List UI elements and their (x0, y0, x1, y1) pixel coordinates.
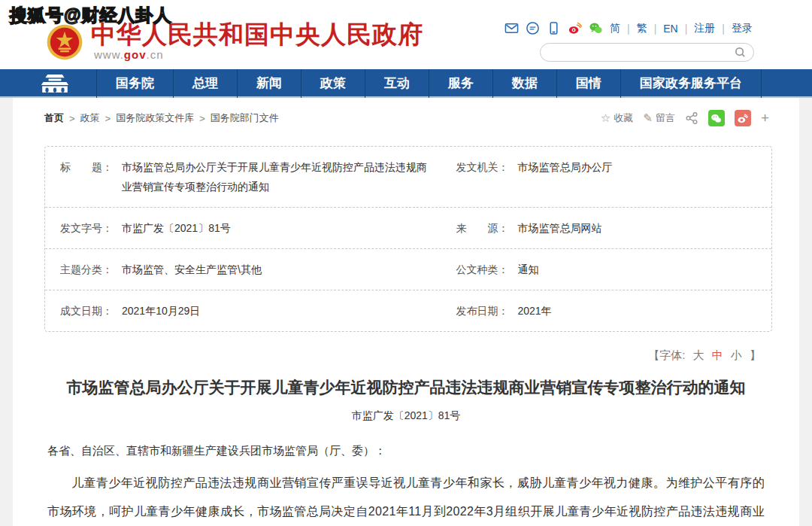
favorite-button[interactable]: ☆ 收藏 (601, 111, 633, 125)
search-button[interactable] (734, 44, 753, 60)
meta-row-title-agency: 标 题： 市场监管总局办公厅关于开展儿童青少年近视防控产品违法违规商业营销宣传专… (45, 147, 771, 208)
share-wechat-button[interactable] (708, 110, 725, 126)
tiananmen-icon (32, 73, 78, 94)
meta-value-title: 市场监管总局办公厅关于开展儿童青少年近视防控产品违法违规商业营销宣传专项整治行动… (122, 157, 433, 196)
breadcrumb-dept-documents[interactable]: 国务院部门文件 (211, 111, 279, 125)
share-icon[interactable] (685, 111, 698, 125)
search-input[interactable] (541, 44, 734, 60)
nav-item-policy[interactable]: 政策 (301, 69, 365, 98)
article-title: 市场监管总局办公厅关于开展儿童青少年近视防控产品违法违规商业营销宣传专项整治行动… (34, 375, 778, 400)
meta-label-docnum: 发文字号： (60, 218, 113, 238)
nav-item-news[interactable]: 新闻 (238, 69, 301, 98)
lang-english[interactable]: EN (663, 23, 677, 35)
site-url[interactable]: www.gov.cn (94, 48, 164, 61)
mobile-icon[interactable] (547, 21, 561, 35)
meta-value-docnum: 市监广发〔2021〕81号 (122, 218, 231, 238)
meta-row-category-type: 主题分类： 市场监管、安全生产监管\其他 公文种类： 通知 (45, 249, 771, 290)
login-link[interactable]: 登录 (732, 22, 753, 35)
meta-value-publish-date: 2021年 (517, 301, 551, 321)
document-meta-table: 标 题： 市场监管总局办公厅关于开展儿童青少年近视防控产品违法违规商业营销宣传专… (44, 146, 772, 332)
meta-label-publish-date: 发布日期： (456, 301, 508, 321)
meta-label-doctype: 公文种类： (456, 260, 508, 279)
meta-value-agency: 市场监管总局办公厅 (517, 157, 612, 196)
nav-item-data[interactable]: 数据 (493, 69, 557, 98)
search-bar (540, 43, 754, 62)
search-icon (734, 46, 747, 59)
meta-row-docnum-source: 发文字号： 市监广发〔2021〕81号 来 源： 市场监管总局网站 (45, 208, 771, 249)
page-actions: ☆ 收藏 ✎ 留言 (601, 110, 769, 126)
nav-home-logo[interactable] (13, 69, 97, 98)
sohu-watermark: 搜狐号@财经八卦人 (10, 4, 171, 27)
meta-value-written-date: 2021年10月29日 (122, 301, 200, 321)
article-paragraph: 儿童青少年近视防控产品违法违规商业营销宣传严重误导近视儿童青少年和家长，威胁儿童… (47, 469, 765, 526)
meta-label-written-date: 成文日期： (60, 301, 113, 321)
meta-value-doctype: 通知 (517, 260, 538, 279)
nav-item-national[interactable]: 国情 (557, 69, 621, 98)
lang-traditional[interactable]: 繁 (637, 22, 647, 35)
share-weibo-button[interactable] (735, 110, 751, 126)
nav-item-gov-service-platform[interactable]: 国家政务服务平台 (621, 69, 762, 98)
nav-item-state-council[interactable]: 国务院 (97, 69, 174, 98)
star-icon: ☆ (601, 111, 611, 125)
font-size-large[interactable]: 大 (692, 348, 704, 361)
content-area: 首页 > 政策 > 国务院政策文件库 > 国务院部门文件 ☆ 收藏 ✎ 留言 (13, 98, 799, 526)
pencil-icon: ✎ (643, 111, 653, 125)
meta-value-source: 市场监管总局网站 (517, 218, 601, 238)
mail-icon[interactable] (504, 21, 519, 35)
comment-icon[interactable] (526, 21, 540, 35)
font-size-medium[interactable]: 中 (712, 348, 723, 361)
nav-item-interaction[interactable]: 互动 (365, 69, 429, 98)
weibo-share-icon (737, 113, 748, 124)
comment-button[interactable]: ✎ 留言 (643, 111, 675, 125)
national-emblem-icon (46, 21, 83, 63)
article-salutation: 各省、自治区、直辖市和新疆生产建设兵团市场监管局（厅、委）： (47, 444, 765, 458)
meta-label-source: 来 源： (456, 218, 508, 238)
meta-label-agency: 发文机关： (456, 157, 508, 196)
wechat-icon[interactable] (589, 21, 603, 35)
breadcrumb-home[interactable]: 首页 (44, 111, 64, 125)
font-size-selector: 【字体: 大 中 小 】 (13, 348, 763, 363)
nav-item-services[interactable]: 服务 (429, 69, 493, 98)
font-size-small[interactable]: 小 (731, 348, 742, 361)
font-sel-suffix: 】 (750, 348, 761, 361)
more-share-button[interactable]: + (761, 110, 769, 126)
nav-item-premier[interactable]: 总理 (174, 69, 238, 98)
register-link[interactable]: 注册 (694, 22, 715, 35)
meta-label-category: 主题分类： (60, 260, 113, 279)
header-toolbar: 简 | 繁 | EN | 注册 | 登录 (504, 21, 753, 35)
breadcrumb-policy-library[interactable]: 国务院政策文件库 (116, 111, 194, 125)
font-sel-prefix: 【字体: (648, 348, 685, 361)
article-doc-number: 市监广发〔2021〕81号 (13, 409, 799, 423)
main-nav: 国务院 总理 新闻 政策 互动 服务 数据 国情 国家政务服务平台 (0, 69, 812, 98)
meta-value-category: 市场监管、安全生产监管\其他 (122, 260, 262, 279)
weibo-icon[interactable] (568, 21, 582, 35)
breadcrumb-policy[interactable]: 政策 (80, 111, 100, 125)
meta-row-dates: 成文日期： 2021年10月29日 发布日期： 2021年 (45, 290, 771, 331)
breadcrumb: 首页 > 政策 > 国务院政策文件库 > 国务院部门文件 (44, 111, 279, 125)
meta-label-title: 标 题： (60, 157, 113, 196)
lang-simplified[interactable]: 简 (610, 22, 620, 35)
wechat-share-icon (710, 113, 722, 124)
